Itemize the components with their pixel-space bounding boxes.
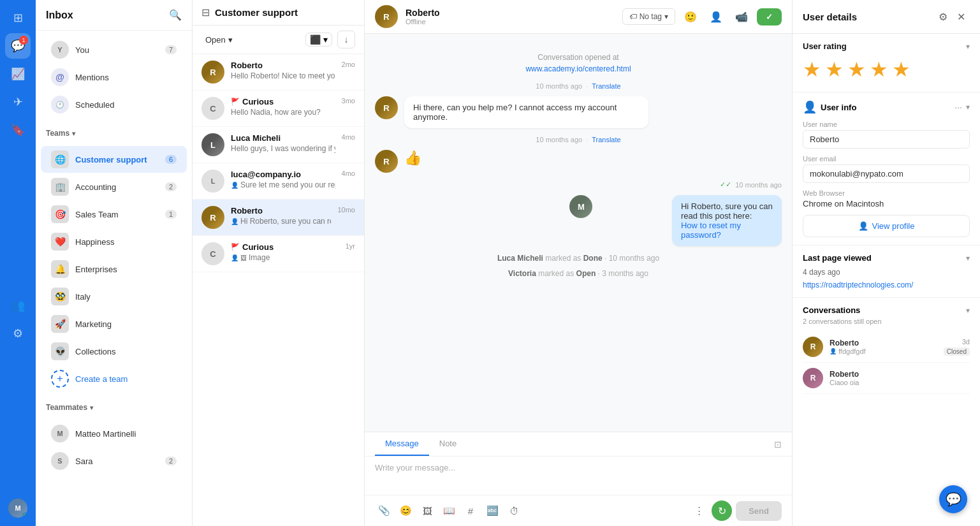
translate-link-2[interactable]: Translate	[592, 136, 620, 143]
timer-icon[interactable]: ⏱	[505, 502, 523, 520]
ai-assist-button[interactable]: ↻	[712, 500, 732, 521]
sara-label: Sara	[75, 457, 165, 466]
icon-bookmark[interactable]: 🔖	[5, 117, 31, 143]
user-rating-header[interactable]: User rating ▾	[803, 41, 970, 51]
article-icon[interactable]: 📖	[440, 502, 458, 520]
details-close-icon[interactable]: ✕	[952, 8, 970, 26]
conv-item-curious-1yr[interactable]: C 🚩 Curious 👤 🖼 Image 1yr	[193, 236, 364, 272]
sidebar-item-matteo[interactable]: M Matteo Martinelli	[41, 420, 187, 447]
conv-item-luca-4mo[interactable]: L Luca Micheli Hello guys, I was wonderi…	[193, 127, 364, 163]
conversations-header[interactable]: Conversations ▾	[803, 305, 970, 315]
conv-avatar-luca-company-4mo: L	[201, 170, 224, 193]
sort-chevron-icon: ▾	[323, 34, 328, 45]
hash-icon[interactable]: #	[462, 502, 479, 520]
enterprises-icon: 🔔	[51, 260, 69, 278]
mini-conv-time-1: 3d	[962, 338, 970, 346]
sidebar-item-happiness[interactable]: ❤️ Happiness	[41, 228, 187, 255]
teams-section-title[interactable]: Teams ▾	[36, 124, 192, 140]
user-info-header: 👤 User info ··· ▾	[803, 100, 970, 114]
last-page-url[interactable]: https://roadtriptechnologies.com/	[803, 281, 913, 289]
view-profile-icon: 👤	[858, 221, 868, 231]
sidebar-item-collections[interactable]: 👽 Collections	[41, 338, 187, 365]
opened-url[interactable]: www.academy.io/centered.html	[525, 64, 631, 73]
marketing-label: Marketing	[75, 319, 177, 329]
attachment-icon[interactable]: 📎	[375, 502, 393, 520]
icon-settings[interactable]: ⚙	[5, 321, 31, 346]
msg-time-1: 10 months ago · Translate	[375, 82, 782, 90]
image-icon[interactable]: 🖼	[418, 502, 436, 520]
sort-direction-button[interactable]: ↓	[337, 31, 355, 48]
icon-send[interactable]: ✈	[5, 89, 31, 115]
chat-contact-avatar: R	[375, 5, 398, 28]
conv-content-curious-3mo: 🚩 Curious Hello Nadia, how are you?	[231, 97, 335, 117]
more-options-icon[interactable]: ⋮	[690, 502, 708, 520]
sidebar-item-italy[interactable]: 🥸 Italy	[41, 283, 187, 310]
conv-name-curious-3mo: 🚩 Curious	[231, 97, 335, 106]
tab-message[interactable]: Message	[375, 432, 429, 456]
username-label: User name	[803, 121, 970, 128]
icon-profile[interactable]: M	[5, 495, 31, 521]
no-tag-button[interactable]: 🏷 No tag ▾	[622, 8, 675, 25]
reset-password-link[interactable]: How to reset my password?	[681, 221, 741, 240]
message-placeholder: Write your message...	[375, 463, 455, 472]
conversation-list: R Roberto Hello Roberto! Nice to meet yo…	[193, 54, 364, 526]
conv-content-luca-company-4mo: luca@company.io 👤 Sure let me send you o…	[231, 170, 335, 189]
icon-grid[interactable]: ⊞	[5, 5, 31, 31]
conv-item-roberto-10mo[interactable]: R Roberto 👤 Hi Roberto, sure you can rea…	[193, 200, 364, 236]
emoji-button[interactable]: 🙂	[680, 6, 701, 27]
matteo-label: Matteo Martinelli	[75, 429, 177, 439]
video-call-button[interactable]: 📹	[731, 6, 752, 27]
expand-icon[interactable]: ⊡	[774, 439, 782, 449]
mini-conv-item-2[interactable]: R Roberto Ciaoo oia	[803, 363, 970, 394]
chat-area: R Roberto Offline 🏷 No tag ▾ 🙂 👤 📹 ✓ Con…	[365, 0, 792, 526]
view-profile-label: View profile	[872, 221, 915, 231]
msg-time-3: ✓✓ 10 months ago	[375, 180, 782, 189]
view-profile-button[interactable]: 👤 View profile	[803, 215, 970, 237]
conv-preview-curious-1yr: 👤 🖼 Image	[231, 253, 339, 262]
conv-item-roberto-2mo[interactable]: R Roberto Hello Roberto! Nice to meet yo…	[193, 54, 364, 91]
sidebar-item-scheduled[interactable]: 🕐 Scheduled	[41, 91, 187, 118]
user-profile-button[interactable]: 👤	[706, 6, 726, 27]
float-chat-button[interactable]: 💬	[939, 485, 967, 513]
message-input[interactable]: Write your message...	[365, 457, 792, 495]
conv-name-curious-1yr: 🚩 Curious	[231, 242, 339, 252]
sidebar-item-you[interactable]: Y You 7	[41, 36, 187, 63]
send-button[interactable]: Send	[736, 501, 782, 521]
conversations-chevron-icon: ▾	[966, 306, 970, 315]
last-page-header[interactable]: Last page viewed ▾	[803, 253, 970, 263]
sidebar-item-mentions[interactable]: @ Mentions	[41, 64, 187, 91]
webbrowser-label: Web Browser	[803, 189, 970, 197]
translate-icon[interactable]: 🔤	[483, 502, 501, 520]
translate-link-1[interactable]: Translate	[592, 82, 620, 90]
user-info-more-icon[interactable]: ···	[954, 102, 962, 112]
conv-item-luca-company-4mo[interactable]: L luca@company.io 👤 Sure let me send you…	[193, 163, 364, 200]
search-button[interactable]: 🔍	[169, 9, 182, 21]
msg-bubble-1: Hi there, can you help me? I cannot acce…	[404, 96, 648, 128]
sidebar-item-sales-team[interactable]: 🎯 Sales Team 1	[41, 201, 187, 228]
tab-note[interactable]: Note	[429, 432, 467, 456]
mini-conv-item-1[interactable]: R Roberto 👤 ffdgdfgdf 3d Closed	[803, 332, 970, 363]
status-line-1: Luca Micheli marked as Done · 10 months …	[375, 254, 782, 263]
teammates-section: M Matteo Martinelli S Sara 2	[36, 414, 192, 480]
emoji-picker-icon[interactable]: 😊	[397, 502, 414, 520]
icon-people[interactable]: 👥	[5, 293, 31, 318]
sidebar-item-sara[interactable]: S Sara 2	[41, 448, 187, 474]
chat-header: R Roberto Offline 🏷 No tag ▾ 🙂 👤 📹 ✓	[365, 0, 792, 34]
create-team-button[interactable]: + Create a team	[41, 365, 187, 392]
conv-avatar-roberto-10mo: R	[201, 206, 224, 229]
resolve-button[interactable]: ✓	[757, 8, 782, 26]
details-settings-icon[interactable]: ⚙	[934, 8, 952, 26]
user-rating-title: User rating	[803, 41, 966, 51]
sidebar-item-accounting[interactable]: 🏢 Accounting 2	[41, 173, 187, 200]
sidebar-item-enterprises[interactable]: 🔔 Enterprises	[41, 256, 187, 282]
icon-chat[interactable]: 💬 1	[5, 33, 31, 59]
teammates-section-title[interactable]: Teammates ▾	[36, 398, 192, 414]
collections-icon: 👽	[51, 342, 69, 360]
sales-team-count: 1	[165, 210, 177, 219]
sidebar-item-marketing[interactable]: 🚀 Marketing	[41, 310, 187, 337]
icon-chart[interactable]: 📈	[5, 61, 31, 87]
last-page-chevron-icon: ▾	[966, 254, 970, 263]
sidebar-item-customer-support[interactable]: 🌐 Customer support 6	[41, 146, 187, 173]
open-filter-button[interactable]: Open ▾	[201, 33, 237, 47]
conv-item-curious-3mo[interactable]: C 🚩 Curious Hello Nadia, how are you? 3m…	[193, 91, 364, 127]
